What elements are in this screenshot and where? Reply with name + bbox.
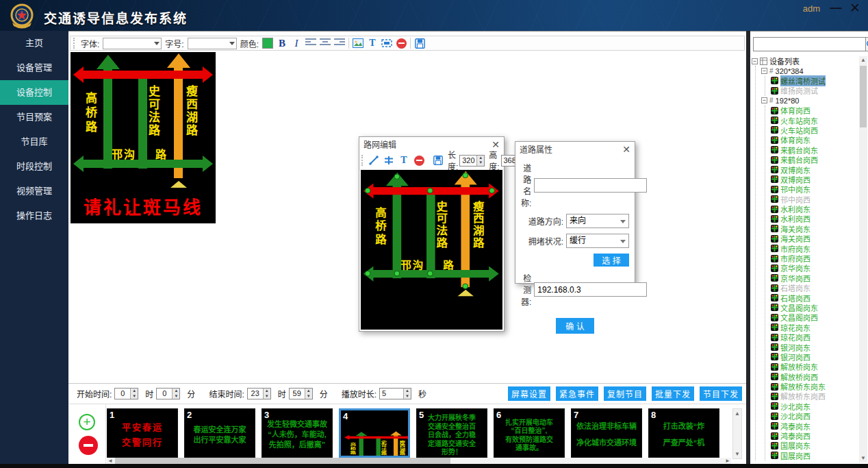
control-point[interactable] — [427, 188, 433, 193]
sidebar-item-home[interactable]: 主页 — [0, 31, 68, 56]
detector-input[interactable] — [534, 282, 647, 297]
batch-send-button[interactable]: 批量下发 — [652, 386, 694, 401]
tree-device-item[interactable]: 水利岗西 — [771, 214, 858, 223]
tree-device-item[interactable]: 体育岗西 — [771, 106, 858, 115]
road-network-canvas[interactable]: 高桥路 史可法路 瘦西湖路 邗沟 路 请礼让斑马线 — [361, 170, 502, 330]
scroll-down-icon[interactable]: ▼ — [859, 454, 867, 463]
tree-device-item[interactable]: 海关岗东 — [771, 224, 858, 234]
crossroad-tool-icon[interactable] — [383, 154, 394, 167]
playlist-item[interactable]: 4 高桥路 史可法路 瘦西湖路 邗沟 路 请礼让斑马线 — [339, 408, 410, 458]
end-hour-spinner[interactable]: 23▲▼ — [247, 388, 271, 399]
scroll-up-icon[interactable]: ▲ — [859, 56, 867, 64]
road-name-input[interactable] — [534, 178, 647, 193]
spin-down-icon[interactable]: ▼ — [173, 394, 179, 399]
spin-down-icon[interactable]: ▼ — [264, 394, 270, 399]
control-point[interactable] — [462, 173, 468, 178]
tree-device-item[interactable]: 来鹤台岗东 — [771, 145, 858, 155]
playlist-item[interactable]: 2春运安全连万家出行平安靠大家 — [184, 408, 255, 458]
tree-device-item[interactable]: 邗中岗西 — [771, 194, 858, 204]
sidebar-item-program-plan[interactable]: 节目预案 — [0, 105, 68, 130]
tree-device-item[interactable]: 螺丝湾桥测试 — [771, 76, 858, 86]
end-minute-spinner[interactable]: 59▲▼ — [289, 388, 313, 399]
tree-device-item[interactable]: 解放桥岗东 — [771, 362, 858, 371]
program-send-button[interactable]: 节目下发 — [700, 386, 742, 401]
screen-preview-diagram[interactable]: 高桥路 史可法路 瘦西湖路 邗沟 路 请礼让斑马线 — [71, 52, 216, 223]
control-point[interactable] — [462, 284, 468, 289]
playlist-horizontal-scrollbar[interactable]: ◄ ► — [107, 458, 731, 464]
spin-down-icon[interactable]: ▼ — [477, 160, 484, 166]
tree-device-item[interactable]: 来鹤台岗西 — [771, 155, 858, 164]
scroll-up-icon[interactable]: ▲ — [733, 409, 741, 418]
text-tool-button[interactable]: T — [398, 154, 409, 167]
tree-device-item[interactable]: 双博岗东 — [771, 164, 858, 174]
close-button[interactable]: ✕ — [847, 1, 863, 15]
scroll-down-icon[interactable]: ▼ — [733, 449, 741, 458]
tree-device-item[interactable]: 解放桥东岗东 — [771, 382, 858, 391]
spin-down-icon[interactable]: ▼ — [404, 394, 411, 399]
tree-device-item[interactable]: 京华岗西 — [771, 273, 858, 283]
tree-device-item[interactable]: 邗中岗东 — [771, 184, 858, 194]
sidebar-item-device-control[interactable]: 设备控制 — [0, 80, 68, 105]
bold-button[interactable]: B — [277, 37, 288, 49]
playlist-item[interactable]: 3发生轻微交通事故“人未伤，车能动,先拍照，后撤离” — [261, 408, 333, 458]
spin-up-icon[interactable]: ▲ — [305, 389, 312, 394]
marquee-tool-icon[interactable] — [381, 37, 392, 49]
tree-device-item[interactable]: 火车站岗西 — [771, 125, 858, 135]
tree-device-item[interactable]: 沙北岗西 — [771, 411, 858, 421]
control-point[interactable] — [365, 188, 371, 193]
length-spinner[interactable]: 320▲▼ — [459, 155, 485, 167]
tree-device-item[interactable]: 双博岗西 — [771, 175, 858, 184]
tree-device-item[interactable]: 鸿泰岗西 — [771, 431, 858, 441]
scrollbar-thumb[interactable] — [860, 66, 867, 127]
tree-device-item[interactable]: 银河岗东 — [771, 342, 858, 352]
spin-down-icon[interactable]: ▼ — [131, 394, 138, 399]
close-icon[interactable]: ✕ — [622, 144, 630, 155]
emergency-event-button[interactable]: 紧急事件 — [556, 386, 598, 401]
start-hour-spinner[interactable]: 0▲▼ — [114, 388, 138, 399]
scroll-left-icon[interactable]: ◄ — [107, 458, 114, 464]
sidebar-item-program-library[interactable]: 节目库 — [0, 130, 68, 154]
align-center-icon[interactable] — [320, 37, 331, 49]
scroll-right-icon[interactable]: ► — [724, 458, 731, 464]
search-input[interactable] — [753, 37, 866, 51]
sidebar-item-video-mgmt[interactable]: 视频管理 — [0, 179, 68, 204]
playlist-item[interactable]: 1平安春运交警同行 — [107, 408, 178, 458]
save-icon[interactable] — [414, 37, 425, 49]
control-point[interactable] — [427, 271, 433, 276]
control-point[interactable] — [394, 174, 400, 180]
confirm-button[interactable]: 确 认 — [556, 318, 594, 334]
tree-scrollbar[interactable]: ▲ ▼ — [859, 56, 867, 463]
tree-device-item[interactable]: 石塔岗西 — [771, 293, 858, 302]
scrollbar-thumb[interactable] — [115, 458, 450, 464]
tree-group[interactable]: −#192*80 — [761, 96, 858, 106]
tree-device-item[interactable]: 解放桥岗西 — [771, 372, 858, 382]
spin-up-icon[interactable]: ▲ — [477, 156, 484, 161]
insert-image-icon[interactable] — [353, 37, 363, 49]
playlist-item[interactable]: 6扎实开展电动车“百日整治”,有效预防道路交通事故。 — [494, 408, 565, 458]
save-icon[interactable] — [433, 154, 444, 167]
tree-device-item[interactable]: 京华岗东 — [771, 263, 858, 273]
tree-device-item[interactable]: 石塔岗东 — [771, 283, 858, 293]
control-point[interactable] — [489, 188, 495, 193]
tree-device-item[interactable]: 解放桥东岗西 — [771, 391, 858, 401]
draw-line-icon[interactable] — [368, 154, 379, 167]
screen-preview-diagram[interactable]: 高桥路 史可法路 瘦西湖路 邗沟 路 请礼让斑马线 — [343, 431, 408, 456]
tree-device-item[interactable]: 海关岗西 — [771, 234, 858, 243]
duration-spinner[interactable]: 5▲▼ — [379, 388, 411, 399]
spin-up-icon[interactable]: ▲ — [131, 389, 138, 394]
text-tool-button[interactable]: T — [367, 37, 378, 49]
logged-in-user[interactable]: adm — [803, 3, 820, 14]
collapse-icon[interactable]: − — [761, 68, 767, 74]
dialog-titlebar[interactable]: 道路属性 ✕ — [515, 142, 635, 156]
font-select[interactable] — [103, 38, 162, 49]
collapse-icon[interactable]: − — [752, 58, 758, 64]
editable-road-diagram[interactable]: 高桥路 史可法路 瘦西湖路 邗沟 路 请礼让斑马线 — [361, 170, 502, 330]
tree-device-item[interactable]: 国展岗西 — [771, 451, 858, 460]
tree-device-item[interactable]: 银河岗西 — [771, 352, 858, 362]
congestion-select[interactable]: 缓行 — [566, 234, 629, 248]
tree-device-item[interactable]: 火车站岗东 — [771, 115, 858, 125]
tree-device-item[interactable]: 水利岗东 — [771, 204, 858, 214]
delete-icon[interactable] — [413, 154, 424, 167]
spin-down-icon[interactable]: ▼ — [305, 394, 312, 399]
control-point[interactable] — [365, 271, 371, 276]
